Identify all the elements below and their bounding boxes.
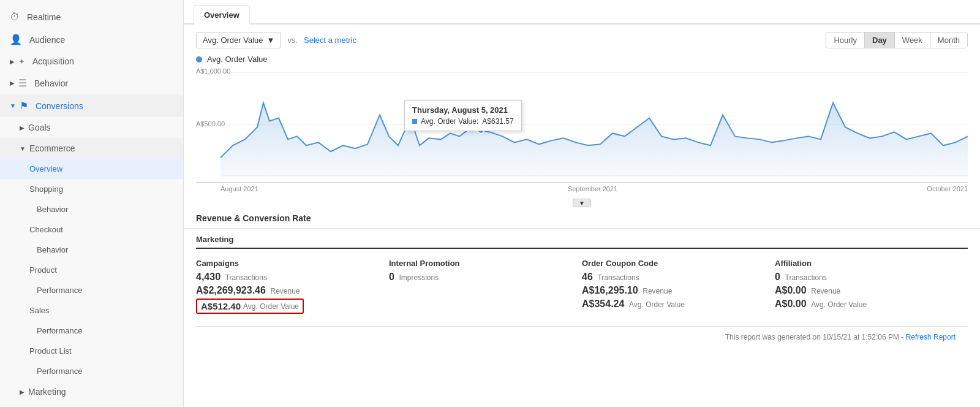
sidebar-item-shopping-behavior-sub[interactable]: Behavior bbox=[0, 199, 183, 219]
chevron-right-icon: ▶ bbox=[10, 58, 15, 65]
sidebar-item-multi-channel[interactable]: ▶ Multi-ChannelFunnels bbox=[0, 402, 183, 407]
marketing-col-campaigns: Campaigns 4,430 Transactions A$2,269,923… bbox=[196, 255, 389, 320]
tab-overview[interactable]: Overview bbox=[194, 5, 250, 25]
internal-impressions: 0 Impressions bbox=[389, 272, 577, 283]
sidebar-item-product-performance-sub[interactable]: Performance bbox=[0, 280, 183, 300]
sidebar-item-product-list[interactable]: Product List bbox=[0, 341, 183, 361]
marketing-col-affiliation: Affiliation 0 Transactions A$0.00 Revenu… bbox=[775, 255, 968, 320]
time-btn-week[interactable]: Week bbox=[895, 32, 930, 48]
sidebar-item-conversions[interactable]: ▼ ⚑ Conversions bbox=[0, 94, 183, 117]
internal-header: Internal Promotion bbox=[389, 259, 577, 268]
sidebar-label-checkout-sub: Behavior bbox=[37, 245, 68, 254]
sidebar-label-realtime: Realtime bbox=[27, 12, 61, 22]
metric-dropdown-label: Avg. Order Value bbox=[203, 36, 263, 45]
chevron-down-icon-2: ▼ bbox=[20, 145, 26, 152]
y-axis-top-label: A$1,000.00 bbox=[196, 67, 230, 75]
time-btn-hourly[interactable]: Hourly bbox=[826, 32, 865, 48]
footer-text: This report was generated on 10/15/21 at… bbox=[725, 333, 904, 341]
sidebar-label-behavior: Behavior bbox=[34, 78, 68, 88]
chevron-right-icon-4: ▶ bbox=[20, 389, 24, 395]
chart-legend: Avg. Order Value bbox=[196, 55, 968, 64]
sidebar-item-overview[interactable]: Overview bbox=[0, 159, 183, 179]
chart-area: Avg. Order Value ▼ vs. Select a metric H… bbox=[184, 25, 980, 208]
coupon-avg-order-label: Avg. Order Value bbox=[629, 300, 685, 309]
sidebar-item-ecommerce[interactable]: ▼ Ecommerce bbox=[0, 138, 183, 159]
sidebar-label-product: Product bbox=[29, 265, 57, 275]
sidebar-label-goals: Goals bbox=[28, 123, 51, 132]
affiliation-transactions-num: 0 bbox=[775, 272, 780, 282]
campaigns-header: Campaigns bbox=[196, 259, 384, 268]
sidebar-label-product-list: Product List bbox=[29, 346, 72, 356]
internal-impressions-num: 0 bbox=[389, 272, 394, 282]
x-label-oct: October 2021 bbox=[927, 185, 968, 192]
campaigns-avg-order-highlighted: A$512.40 Avg. Order Value bbox=[196, 299, 304, 314]
sidebar-item-audience[interactable]: 👤 Audience bbox=[0, 28, 183, 51]
time-btn-day[interactable]: Day bbox=[865, 32, 895, 48]
refresh-report-link[interactable]: Refresh Report bbox=[906, 333, 956, 341]
sidebar-label-checkout: Checkout bbox=[29, 225, 63, 234]
time-btn-month[interactable]: Month bbox=[930, 32, 967, 48]
sidebar-item-shopping-behavior[interactable]: Shopping bbox=[0, 179, 183, 199]
sidebar-item-behavior[interactable]: ▶ ☰ Behavior bbox=[0, 72, 183, 94]
main-content: Overview Avg. Order Value ▼ vs. Select a… bbox=[184, 0, 980, 407]
scroll-button[interactable]: ▼ bbox=[573, 199, 591, 207]
sidebar-item-acquisition[interactable]: ▶ ✦ Acquisition bbox=[0, 51, 183, 72]
sidebar-label-sales: Sales bbox=[29, 306, 50, 315]
scroll-indicator: ▼ bbox=[196, 197, 968, 208]
sidebar-label-overview: Overview bbox=[29, 164, 62, 173]
affiliation-transactions-label: Transactions bbox=[785, 273, 827, 282]
chart-wrapper: A$1,000.00 A$500.00 bbox=[196, 66, 968, 183]
marketing-section: Marketing Campaigns 4,430 Transactions A… bbox=[184, 229, 980, 348]
marketing-grid: Campaigns 4,430 Transactions A$2,269,923… bbox=[196, 249, 968, 327]
sidebar-label-product-perf: Performance bbox=[37, 286, 82, 295]
coupon-avg-order-num: A$354.24 bbox=[582, 299, 624, 309]
sidebar-label-audience: Audience bbox=[29, 35, 65, 45]
footer-bar: This report was generated on 10/15/21 at… bbox=[196, 327, 968, 348]
conversions-icon: ⚑ bbox=[20, 100, 28, 112]
section-revenue-title: Revenue & Conversion Rate bbox=[184, 208, 980, 229]
affiliation-revenue-label: Revenue bbox=[811, 287, 840, 295]
coupon-transactions-num: 46 bbox=[582, 272, 593, 282]
sidebar-item-realtime[interactable]: ⏱ Realtime bbox=[0, 6, 183, 28]
metric-dropdown[interactable]: Avg. Order Value ▼ bbox=[196, 32, 281, 48]
sidebar-item-sales-performance-sub[interactable]: Performance bbox=[0, 321, 183, 341]
chevron-right-icon-2: ▶ bbox=[10, 80, 15, 86]
coupon-revenue-label: Revenue bbox=[643, 287, 672, 295]
coupon-transactions-label: Transactions bbox=[597, 273, 639, 282]
sidebar: ⏱ Realtime 👤 Audience ▶ ✦ Acquisition ▶ … bbox=[0, 0, 184, 407]
coupon-revenue: A$16,295.10 Revenue bbox=[582, 285, 770, 296]
sidebar-label-marketing: Marketing bbox=[28, 387, 66, 397]
sidebar-item-goals[interactable]: ▶ Goals bbox=[0, 117, 183, 138]
y-axis-mid-label: A$500.00 bbox=[196, 120, 225, 127]
coupon-transactions: 46 Transactions bbox=[582, 272, 770, 283]
line-chart bbox=[196, 66, 968, 182]
affiliation-avg-order-num: A$0.00 bbox=[775, 299, 807, 309]
sidebar-label-ecommerce: Ecommerce bbox=[29, 143, 75, 153]
campaigns-transactions-num: 4,430 bbox=[196, 272, 221, 282]
coupon-header: Order Coupon Code bbox=[582, 259, 770, 268]
audience-icon: 👤 bbox=[10, 34, 22, 45]
vs-text: vs. bbox=[287, 36, 298, 45]
sidebar-item-sales-performance[interactable]: Sales bbox=[0, 300, 183, 321]
coupon-avg-order: A$354.24 Avg. Order Value bbox=[582, 299, 770, 310]
sidebar-item-checkout-behavior[interactable]: Checkout bbox=[0, 219, 183, 240]
x-label-sep: September 2021 bbox=[568, 185, 617, 192]
select-metric-link[interactable]: Select a metric bbox=[304, 36, 356, 45]
marketing-col-coupon: Order Coupon Code 46 Transactions A$16,2… bbox=[582, 255, 775, 320]
sidebar-item-product-performance[interactable]: Product bbox=[0, 260, 183, 280]
campaigns-revenue-num: A$2,269,923.46 bbox=[196, 285, 266, 295]
affiliation-header: Affiliation bbox=[775, 259, 963, 268]
sidebar-item-marketing[interactable]: ▶ Marketing bbox=[0, 381, 183, 402]
affiliation-revenue: A$0.00 Revenue bbox=[775, 285, 963, 296]
campaigns-avg-order-label: Avg. Order Value bbox=[243, 302, 299, 311]
marketing-title: Marketing bbox=[196, 229, 968, 249]
sidebar-label-acquisition: Acquisition bbox=[32, 56, 74, 66]
internal-impressions-label: Impressions bbox=[399, 273, 439, 282]
sidebar-item-checkout-behavior-sub[interactable]: Behavior bbox=[0, 240, 183, 260]
chart-controls: Avg. Order Value ▼ vs. Select a metric H… bbox=[196, 32, 968, 48]
time-period-buttons: Hourly Day Week Month bbox=[826, 32, 968, 48]
behavior-icon: ☰ bbox=[18, 77, 27, 89]
sidebar-item-product-list-perf[interactable]: Performance bbox=[0, 361, 183, 381]
sidebar-label-conversions: Conversions bbox=[36, 101, 83, 111]
sidebar-label-behavior-sub: Behavior bbox=[37, 205, 68, 214]
